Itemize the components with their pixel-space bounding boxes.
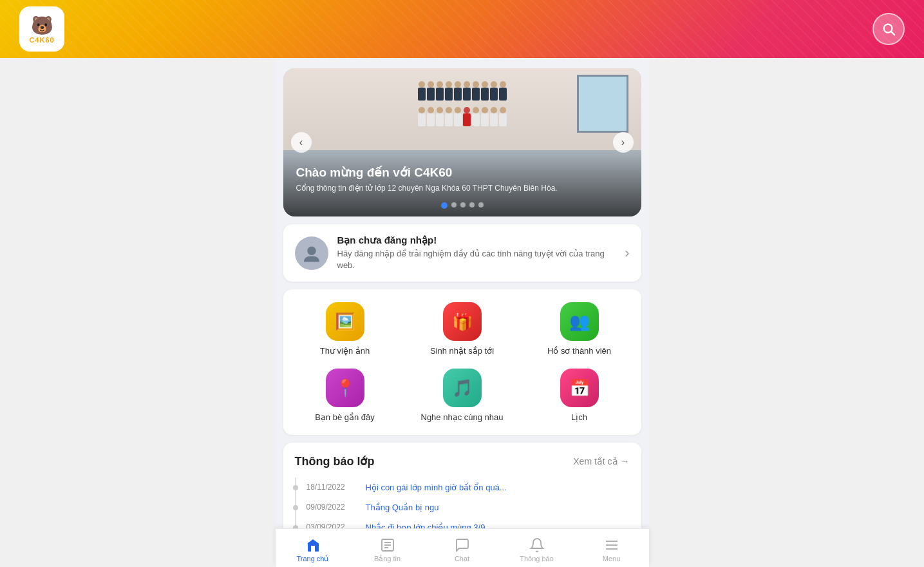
avatar xyxy=(295,236,328,270)
notif-date-3: 03/09/2022 xyxy=(306,523,358,528)
notif-item-2[interactable]: 09/09/2022 Thắng Quần bị ngu xyxy=(295,497,630,517)
birthday-icon: 🎁 xyxy=(443,302,482,341)
main-scroll-area[interactable]: ‹ › Chào mừng đến với C4K60 Cổng thông t… xyxy=(276,58,649,528)
login-prompt[interactable]: Bạn chưa đăng nhập! Hãy đăng nhập để trả… xyxy=(283,224,641,282)
gallery-icon: 🖼️ xyxy=(326,302,364,341)
feature-gallery[interactable]: 🖼️ Thư viện ảnh xyxy=(290,302,401,356)
home-icon xyxy=(305,537,321,553)
svg-rect-3 xyxy=(311,546,315,552)
nav-notifications[interactable]: Thông báo xyxy=(500,529,574,567)
students-front-row xyxy=(283,107,641,126)
see-all-button[interactable]: Xem tất cả → xyxy=(573,456,629,466)
notif-item-1[interactable]: 18/11/2022 Hội con gái lớp mình giờ bất … xyxy=(295,477,630,497)
notifications-section: Thông báo lớp Xem tất cả → 18/11/2022 Hộ… xyxy=(283,443,641,528)
nav-news-label: Bảng tin xyxy=(374,555,401,563)
nav-home[interactable]: Trang chủ xyxy=(276,529,350,567)
logo-bear-icon: 🐻 xyxy=(31,15,53,36)
students-back-row xyxy=(283,81,641,101)
logo-container: 🐻 C4K60 xyxy=(19,6,64,52)
notif-link-2[interactable]: Thắng Quần bị ngu xyxy=(366,503,439,512)
carousel: ‹ › Chào mừng đến với C4K60 Cổng thông t… xyxy=(283,68,641,216)
nav-chat-label: Chat xyxy=(455,555,469,562)
carousel-dot-1[interactable] xyxy=(441,202,448,209)
notif-item-3[interactable]: 03/09/2022 Nhắc đi họp lớp chiều mùng 3/… xyxy=(295,517,630,528)
feature-birthday[interactable]: 🎁 Sinh nhật sắp tới xyxy=(407,302,518,356)
feature-music[interactable]: 🎵 Nghe nhạc cùng nhau xyxy=(407,369,518,422)
logo-text: C4K60 xyxy=(29,36,54,44)
login-chevron-icon: › xyxy=(625,245,629,262)
nav-menu[interactable]: Menu xyxy=(574,529,649,567)
nearby-icon: 📍 xyxy=(326,369,364,407)
feature-calendar[interactable]: 📅 Lịch xyxy=(524,369,635,422)
carousel-dot-4[interactable] xyxy=(469,202,475,207)
notif-link-1[interactable]: Hội con gái lớp mình giờ bất ổn quá... xyxy=(366,483,507,492)
carousel-dot-5[interactable] xyxy=(478,202,484,207)
carousel-prev-button[interactable]: ‹ xyxy=(291,132,312,153)
notifications-list: 18/11/2022 Hội con gái lớp mình giờ bất … xyxy=(295,477,630,528)
members-icon: 👥 xyxy=(560,302,599,341)
carousel-dots xyxy=(441,202,484,209)
bell-icon xyxy=(529,537,545,553)
carousel-subtitle: Cổng thông tin điện tử lớp 12 chuyên Nga… xyxy=(296,183,628,194)
carousel-title: Chào mừng đến với C4K60 xyxy=(296,165,628,180)
login-description: Hãy đăng nhập để trải nghiệm đầy đủ các … xyxy=(337,248,616,271)
nav-menu-label: Menu xyxy=(603,555,621,562)
nav-chat[interactable]: Chat xyxy=(425,529,500,567)
calendar-icon: 📅 xyxy=(560,369,599,407)
header: 🐻 C4K60 xyxy=(0,0,924,58)
chat-icon xyxy=(455,537,470,553)
carousel-next-button[interactable]: › xyxy=(613,132,634,153)
notif-date-1: 18/11/2022 xyxy=(306,483,358,492)
svg-point-2 xyxy=(307,246,316,255)
nav-notifications-label: Thông báo xyxy=(520,555,554,562)
menu-icon xyxy=(604,537,619,553)
music-label: Nghe nhạc cùng nhau xyxy=(421,412,504,422)
login-title: Bạn chưa đăng nhập! xyxy=(337,235,616,246)
notifications-header: Thông báo lớp Xem tất cả → xyxy=(295,454,630,468)
feature-nearby[interactable]: 📍 Bạn bè gần đây xyxy=(290,369,401,422)
nav-home-label: Trang chủ xyxy=(296,555,328,563)
members-label: Hồ sơ thành viên xyxy=(547,346,611,356)
svg-line-1 xyxy=(891,32,894,35)
features-grid: 🖼️ Thư viện ảnh 🎁 Sinh nhật sắp tới 👥 Hồ… xyxy=(283,289,641,435)
nearby-label: Bạn bè gần đây xyxy=(315,412,375,422)
search-button[interactable] xyxy=(872,13,905,45)
logo[interactable]: 🐻 C4K60 xyxy=(19,6,64,52)
bottom-nav: Trang chủ Bảng tin Chat Thông báo Menu xyxy=(276,528,649,567)
notif-date-2: 09/09/2022 xyxy=(306,503,358,512)
login-text-block: Bạn chưa đăng nhập! Hãy đăng nhập để trả… xyxy=(337,235,616,271)
notif-link-3[interactable]: Nhắc đi họp lớp chiều mùng 3/9 xyxy=(366,523,486,528)
gallery-label: Thư viện ảnh xyxy=(320,346,370,356)
notifications-title: Thông báo lớp xyxy=(295,454,375,468)
music-icon: 🎵 xyxy=(443,369,482,407)
carousel-dot-3[interactable] xyxy=(460,202,466,207)
nav-news[interactable]: Bảng tin xyxy=(350,529,425,567)
header-bg-decoration xyxy=(0,0,924,58)
feature-members[interactable]: 👥 Hồ sơ thành viên xyxy=(524,302,635,356)
calendar-label: Lịch xyxy=(571,412,587,422)
news-icon xyxy=(380,537,395,553)
birthday-label: Sinh nhật sắp tới xyxy=(430,346,494,356)
carousel-dot-2[interactable] xyxy=(451,202,457,207)
